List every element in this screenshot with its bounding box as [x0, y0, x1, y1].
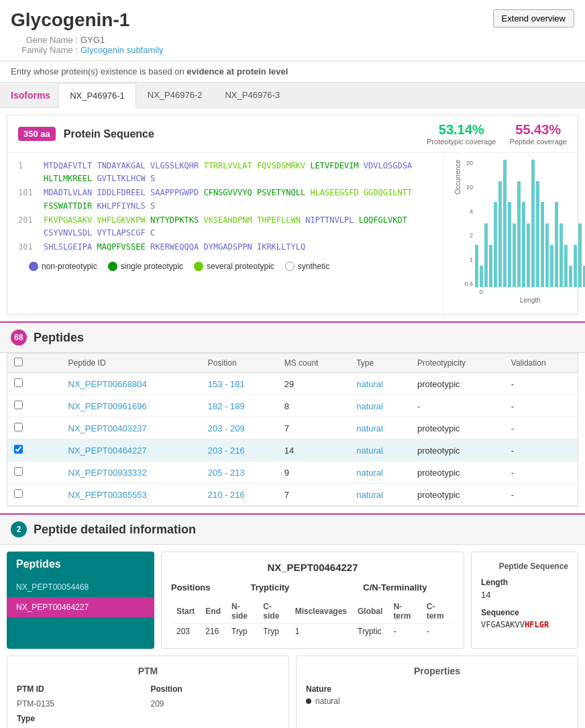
- val-c-side: Tryp: [258, 624, 289, 639]
- legend-synthetic: synthetic: [285, 262, 329, 271]
- legend-label-np: non-proteotypic: [42, 262, 97, 271]
- peptides-section-title: Peptides: [34, 331, 84, 345]
- seq-highlighted: HFLGR: [525, 620, 549, 629]
- legend-dot-syn: [285, 262, 295, 271]
- row-ms-count: 7: [278, 417, 350, 439]
- aa-badge: 350 aa: [18, 127, 56, 141]
- chart-bar: [569, 266, 572, 287]
- gene-label: Gene Name :: [11, 35, 78, 45]
- peptide-list-item-0[interactable]: NX_PEPT00054468: [7, 577, 154, 597]
- val-global: Tryptic: [352, 624, 388, 639]
- row-checkbox[interactable]: [7, 373, 41, 395]
- check-all[interactable]: [14, 358, 23, 366]
- isoforms-label: Isoforms: [11, 83, 58, 107]
- row-ms-count: 7: [278, 484, 350, 506]
- row-checkbox[interactable]: [7, 484, 41, 506]
- table-row[interactable]: NX_PEPT00403237 203 - 209 7 natural prot…: [7, 417, 578, 439]
- legend: non-proteotypic single proteotypic sever…: [18, 255, 433, 278]
- row-position: 203 - 216: [201, 439, 278, 462]
- legend-label-mp: several proteotypic: [207, 262, 274, 271]
- peptide-coverage: 55.43% Peptide coverage: [509, 122, 567, 146]
- peptide-list-panel: Peptides NX_PEPT00054468 NX_PEPT00464227: [7, 552, 154, 649]
- row-empty: [41, 417, 61, 439]
- peptide-coverage-label: Peptide coverage: [509, 138, 567, 146]
- chart-bar: [522, 202, 525, 287]
- tab-nx-p46976-3[interactable]: NX_P46976-3: [213, 83, 291, 107]
- row-id: NX_PEPT00961696: [62, 395, 201, 417]
- nature-text: natural: [315, 696, 340, 706]
- table-row[interactable]: NX_PEPT00933332 205 - 213 9 natural prot…: [7, 462, 578, 484]
- tab-nx-p46976-1[interactable]: NX_P46976-1: [58, 83, 136, 108]
- val-miscleavages: 1: [290, 624, 352, 639]
- seq-line-2: 101 MDADTLVLAN IDDLFDREEL SAAPPPGWPD CFN…: [18, 187, 433, 212]
- chart-bar: [484, 223, 488, 287]
- row-checkbox[interactable]: [7, 395, 41, 417]
- legend-dot-sp: [108, 262, 117, 271]
- chart-bar: [508, 202, 511, 287]
- row-empty: [41, 439, 61, 462]
- col-n-term: N-term: [388, 599, 421, 624]
- chart-bar: [517, 181, 521, 287]
- chart-y-label: Occurrence: [454, 160, 462, 195]
- legend-several-proteotypic: several proteotypic: [194, 262, 274, 271]
- val-n-side: Tryp: [226, 624, 258, 639]
- row-type: natural: [350, 439, 411, 462]
- row-proteotypicity: proteotypic: [411, 373, 504, 395]
- page-title: Glycogenin-1: [11, 9, 574, 31]
- table-row[interactable]: NX_PEPT00464227 203 - 216 14 natural pro…: [7, 439, 578, 462]
- legend-non-proteotypic: non-proteotypic: [29, 262, 97, 271]
- bottom-panels: PTM PTM ID Position PTM-0135 209 Type Pr…: [0, 656, 585, 728]
- table-row[interactable]: NX_PEPT00668804 153 - 181 29 natural pro…: [7, 373, 578, 395]
- chart-bars-container: [475, 160, 585, 287]
- row-checkbox[interactable]: [7, 417, 41, 439]
- chart-bar: [503, 160, 507, 287]
- props-panel-title: Properties: [306, 666, 568, 676]
- ptm-panel-title: PTM: [17, 666, 279, 676]
- row-type: natural: [350, 462, 411, 484]
- gene-value: GYG1: [81, 35, 105, 45]
- peptide-list-item-1[interactable]: NX_PEPT00464227: [7, 597, 154, 617]
- gene-row: Gene Name : GYG1: [11, 35, 574, 45]
- col-peptide-id: Peptide ID: [62, 354, 201, 373]
- col-c-side: C-side: [258, 599, 289, 624]
- row-position: 153 - 181: [201, 373, 278, 395]
- trypticity-table: Start End N-side C-side Miscleavages Glo…: [171, 599, 454, 639]
- row-checkbox[interactable]: [7, 439, 41, 462]
- seq-num-2: 101: [18, 187, 38, 212]
- col-end: End: [200, 599, 226, 624]
- peptide-detail-section-bar: 2 Peptide detailed information: [0, 513, 585, 545]
- row-type: natural: [350, 417, 411, 439]
- tabs-bar: Isoforms NX_P46976-1 NX_P46976-2 NX_P469…: [0, 83, 585, 107]
- seq-panel-title: Peptide Sequence: [481, 562, 568, 571]
- row-position: 203 - 209: [201, 417, 278, 439]
- extend-overview-button[interactable]: Extend overview: [493, 9, 574, 28]
- page-header: Glycogenin-1 Extend overview Gene Name :…: [0, 0, 585, 61]
- row-checkbox[interactable]: [7, 462, 41, 484]
- table-row[interactable]: NX_PEPT00365553 210 - 216 7 natural prot…: [7, 484, 578, 506]
- trypticity-data-row: 203 216 Tryp Tryp 1 Tryptic - -: [171, 624, 454, 639]
- row-proteotypicity: proteotypic: [411, 462, 504, 484]
- chart-bar: [541, 202, 544, 287]
- peptides-table-container: Peptide ID Position MS count Type Proteo…: [7, 353, 578, 507]
- peptides-tbody: NX_PEPT00668804 153 - 181 29 natural pro…: [7, 373, 578, 506]
- chart-bar: [564, 245, 568, 287]
- row-ms-count: 29: [278, 373, 350, 395]
- cn-term-label: C/N-Terminality: [363, 582, 427, 592]
- family-link[interactable]: Glycogenin subfamily: [81, 45, 164, 55]
- peptides-section-bar: 68 Peptides: [0, 321, 585, 353]
- table-row[interactable]: NX_PEPT00961696 182 - 189 8 natural - -: [7, 395, 578, 417]
- chart-bar: [480, 266, 483, 287]
- seq-normal: VFGASAKVV: [481, 620, 525, 629]
- peptides-count-badge: 68: [11, 329, 27, 346]
- seq-text-3: FKVPGASAKV VHFLGKVKPW NYTYDPKTKS VKSEAHD…: [44, 214, 433, 240]
- props-panel: Properties Nature natural: [296, 656, 578, 728]
- coverage-stats: 53.14% Proteotypic coverage 55.43% Pepti…: [427, 122, 567, 146]
- seq-line-4: 301 SHLSLGEIPA MAQPFVSSEE RKERWEQQQA DYM…: [18, 241, 433, 254]
- sequence-main: 1 MTDQAFVTLT TNDAYAKGAL VLGSSLKQHR TTRRL…: [7, 153, 443, 314]
- row-id: NX_PEPT00403237: [62, 417, 201, 439]
- legend-label-syn: synthetic: [298, 262, 329, 271]
- peptide-seq-panel: Peptide Sequence Length 14 Sequence VFGA…: [471, 552, 578, 649]
- row-position: 210 - 216: [201, 484, 278, 506]
- row-ms-count: 14: [278, 439, 350, 462]
- tab-nx-p46976-2[interactable]: NX_P46976-2: [136, 83, 214, 107]
